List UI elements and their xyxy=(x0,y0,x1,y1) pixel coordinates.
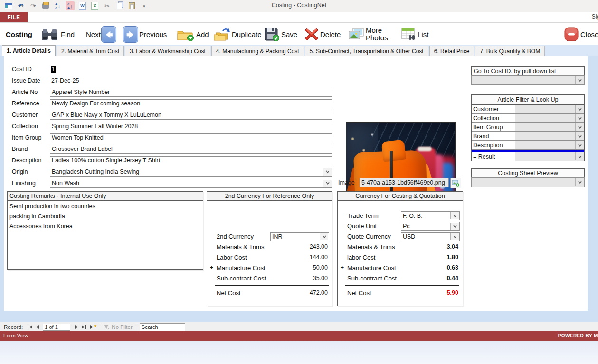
duplicate-button[interactable]: Duplicate xyxy=(232,30,262,38)
reference-field[interactable]: Newly Design For coming season xyxy=(50,99,332,108)
list-button[interactable]: List xyxy=(418,30,428,38)
materials-trims-value[interactable]: 3.04 xyxy=(401,243,460,251)
trade-term-combobox[interactable]: F. O. B. xyxy=(401,211,460,220)
chevron-down-icon[interactable] xyxy=(323,180,332,187)
filter-row-result: = Result xyxy=(472,152,584,161)
delete-icon[interactable] xyxy=(304,27,319,43)
customer-field[interactable]: GAP x Blue Navy x Tommy X LuLuLemon xyxy=(50,111,332,120)
collection-row: Collection Spring Summer Fall Winter 202… xyxy=(12,121,332,131)
result-combobox[interactable] xyxy=(515,152,584,161)
finishing-combobox[interactable]: Non Wash xyxy=(50,179,332,188)
list-icon[interactable] xyxy=(401,27,417,43)
first-record-button[interactable] xyxy=(28,325,32,329)
chevron-down-icon[interactable] xyxy=(450,223,459,230)
previous-button[interactable] xyxy=(123,26,138,43)
goto-cost-id-combobox[interactable] xyxy=(471,75,585,85)
chevron-down-icon[interactable] xyxy=(450,233,459,240)
duplicate-icon[interactable] xyxy=(213,27,231,43)
close-icon[interactable] xyxy=(564,27,579,43)
chevron-down-icon[interactable] xyxy=(450,212,459,219)
costing-remarks-field[interactable]: Semi production in two countries packing… xyxy=(8,201,203,233)
chevron-down-icon[interactable] xyxy=(575,141,584,149)
item-group-field[interactable]: Women Top Knitted xyxy=(50,133,332,142)
quote-currency-combobox[interactable]: USD xyxy=(401,232,460,241)
chevron-down-icon[interactable] xyxy=(575,76,584,84)
tab-material-trim-cost[interactable]: 2. Material & Trim Cost xyxy=(57,46,124,56)
brand-field[interactable]: Crossover Brand Label xyxy=(50,145,332,154)
chevron-down-icon[interactable] xyxy=(320,233,328,240)
chevron-down-icon[interactable] xyxy=(575,123,584,131)
manufacture-cost-value[interactable]: 0.63 xyxy=(401,263,460,272)
delete-button[interactable]: Delete xyxy=(320,30,341,38)
new-record-button[interactable]: * xyxy=(90,325,96,329)
chevron-down-icon[interactable] xyxy=(575,114,584,122)
file-tab[interactable]: FILE xyxy=(0,12,28,22)
no-filter-label[interactable]: No Filter xyxy=(112,324,132,330)
tab-labor-workmanship-cost[interactable]: 3. Labor & Workmanship Cost xyxy=(125,46,210,56)
chevron-down-icon[interactable] xyxy=(575,178,584,186)
application-window: ↶▾ ↷▾ AZ↓ ZA↓ W X ✂ ▾ Costing - CostingN… xyxy=(0,0,598,364)
more-photos-icon[interactable] xyxy=(348,28,365,42)
record-navigation-bar: Record: 1 of 1 * No Filter xyxy=(0,322,598,332)
save-button[interactable]: Save xyxy=(281,30,297,38)
cost-id-field[interactable]: 1 xyxy=(50,65,97,74)
collection-field[interactable]: Spring Summer Fall Winter 2028 xyxy=(50,122,332,131)
finishing-label: Finishing xyxy=(12,180,50,187)
article-no-field[interactable]: Apparel Style Number xyxy=(50,88,332,97)
net-cost-value[interactable]: 472.00 xyxy=(270,289,329,297)
second-currency-combobox[interactable]: INR xyxy=(270,232,329,241)
more-photos-button[interactable]: More Photos xyxy=(366,27,393,42)
tab-subcontract-transportation[interactable]: 5. Sub-Contract, Transportation & Other … xyxy=(305,46,428,56)
tab-bulk-quantity-bom[interactable]: 7. Bulk Quantity & BOM xyxy=(475,46,545,56)
article-filter-title: Article Filter & Look Up xyxy=(472,95,584,105)
costing-remarks-panel: Costing Remarks - Internal Use Only Semi… xyxy=(7,191,203,270)
sign-in-link[interactable]: Sig xyxy=(592,13,598,20)
labor-cost-value[interactable]: 144.00 xyxy=(270,253,329,261)
brand-label: Brand xyxy=(12,146,50,152)
origin-label: Origin xyxy=(12,168,50,175)
record-label: Record: xyxy=(4,324,23,330)
issue-date-field[interactable]: 27-Dec-25 xyxy=(50,76,142,85)
net-cost-value[interactable]: 5.90 xyxy=(401,289,460,297)
last-record-button[interactable] xyxy=(82,325,86,329)
next-record-button[interactable] xyxy=(75,325,78,329)
add-image-button[interactable] xyxy=(450,178,461,188)
tab-article-details[interactable]: 1. Article Details xyxy=(2,45,56,56)
manufacture-cost-label: Manufacture Cost xyxy=(217,264,266,271)
add-button[interactable]: Add xyxy=(196,30,209,38)
collection-filter-combobox[interactable] xyxy=(515,114,584,123)
materials-trims-value[interactable]: 243.00 xyxy=(270,243,329,251)
costing-remarks-title: Costing Remarks - Internal Use Only xyxy=(8,192,203,201)
find-icon[interactable] xyxy=(41,27,59,43)
description-field[interactable]: Ladies 100% cotton Single Jersey T Shirt xyxy=(50,156,332,165)
origin-combobox[interactable]: Bangladesh Cutting India Sewing xyxy=(50,168,332,177)
next-button[interactable] xyxy=(101,26,116,43)
chevron-down-icon[interactable] xyxy=(575,105,584,113)
customer-row: Customer GAP x Blue Navy x Tommy X LuLuL… xyxy=(12,110,332,120)
close-button[interactable]: Close xyxy=(580,30,598,38)
previous-record-button[interactable] xyxy=(36,325,39,329)
subcontract-cost-value[interactable]: 35.00 xyxy=(270,274,329,282)
chevron-down-icon[interactable] xyxy=(575,152,584,160)
record-search-input[interactable] xyxy=(140,323,185,331)
find-button[interactable]: Find xyxy=(61,30,75,38)
labor-cost-value[interactable]: 1.80 xyxy=(401,253,460,261)
description-filter-combobox[interactable] xyxy=(515,141,584,150)
filter-icon xyxy=(104,324,110,330)
save-icon[interactable] xyxy=(264,27,280,43)
subcontract-cost-label: Sub-contract Cost xyxy=(217,275,266,282)
tab-manufacturing-packing-cost[interactable]: 4. Manufacturing & Packing Cost xyxy=(211,46,304,56)
add-icon[interactable] xyxy=(177,28,195,43)
manufacture-cost-value[interactable]: 50.00 xyxy=(270,263,329,272)
image-filename-field[interactable]: 5-470a-a153-1bd56ff469e0.png xyxy=(360,178,449,187)
chevron-down-icon[interactable] xyxy=(323,168,332,176)
subcontract-cost-value[interactable]: 0.44 xyxy=(401,274,460,282)
chevron-down-icon[interactable] xyxy=(575,132,584,140)
costing-sheet-preview-combobox[interactable] xyxy=(471,177,585,187)
tab-retail-price[interactable]: 6. Retail Price xyxy=(429,46,475,56)
quote-unit-combobox[interactable]: Pc xyxy=(401,222,460,231)
item-group-filter-combobox[interactable] xyxy=(515,123,584,132)
customer-filter-combobox[interactable] xyxy=(515,105,584,114)
brand-filter-combobox[interactable] xyxy=(515,132,584,141)
record-position-box[interactable]: 1 of 1 xyxy=(43,324,70,331)
